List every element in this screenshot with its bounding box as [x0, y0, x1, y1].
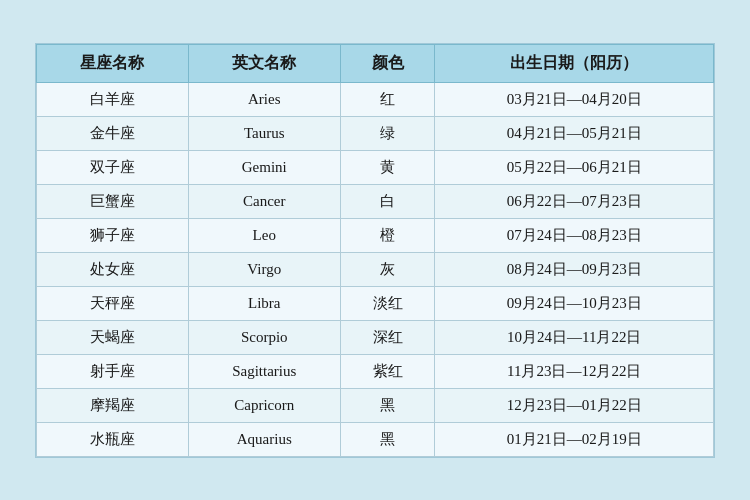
- cell-dates: 06月22日—07月23日: [435, 184, 714, 218]
- cell-color: 橙: [340, 218, 435, 252]
- cell-color: 黑: [340, 388, 435, 422]
- table-header-row: 星座名称 英文名称 颜色 出生日期（阳历）: [37, 44, 714, 82]
- header-dates: 出生日期（阳历）: [435, 44, 714, 82]
- cell-color: 黑: [340, 422, 435, 456]
- cell-color: 黄: [340, 150, 435, 184]
- table-row: 水瓶座Aquarius黑01月21日—02月19日: [37, 422, 714, 456]
- cell-color: 紫红: [340, 354, 435, 388]
- cell-dates: 05月22日—06月21日: [435, 150, 714, 184]
- table-row: 射手座Sagittarius紫红11月23日—12月22日: [37, 354, 714, 388]
- cell-color: 淡红: [340, 286, 435, 320]
- cell-chinese-name: 天蝎座: [37, 320, 189, 354]
- cell-dates: 12月23日—01月22日: [435, 388, 714, 422]
- cell-color: 白: [340, 184, 435, 218]
- cell-chinese-name: 摩羯座: [37, 388, 189, 422]
- cell-english-name: Taurus: [188, 116, 340, 150]
- zodiac-table-container: 星座名称 英文名称 颜色 出生日期（阳历） 白羊座Aries红03月21日—04…: [35, 43, 715, 458]
- cell-chinese-name: 水瓶座: [37, 422, 189, 456]
- cell-chinese-name: 天秤座: [37, 286, 189, 320]
- cell-english-name: Cancer: [188, 184, 340, 218]
- cell-english-name: Capricorn: [188, 388, 340, 422]
- cell-chinese-name: 狮子座: [37, 218, 189, 252]
- table-row: 金牛座Taurus绿04月21日—05月21日: [37, 116, 714, 150]
- cell-english-name: Aquarius: [188, 422, 340, 456]
- cell-dates: 07月24日—08月23日: [435, 218, 714, 252]
- zodiac-table: 星座名称 英文名称 颜色 出生日期（阳历） 白羊座Aries红03月21日—04…: [36, 44, 714, 457]
- cell-chinese-name: 巨蟹座: [37, 184, 189, 218]
- cell-chinese-name: 双子座: [37, 150, 189, 184]
- cell-dates: 04月21日—05月21日: [435, 116, 714, 150]
- table-body: 白羊座Aries红03月21日—04月20日金牛座Taurus绿04月21日—0…: [37, 82, 714, 456]
- cell-chinese-name: 白羊座: [37, 82, 189, 116]
- cell-english-name: Scorpio: [188, 320, 340, 354]
- header-color: 颜色: [340, 44, 435, 82]
- cell-english-name: Gemini: [188, 150, 340, 184]
- table-row: 白羊座Aries红03月21日—04月20日: [37, 82, 714, 116]
- cell-english-name: Leo: [188, 218, 340, 252]
- cell-english-name: Sagittarius: [188, 354, 340, 388]
- table-row: 天蝎座Scorpio深红10月24日—11月22日: [37, 320, 714, 354]
- header-chinese-name: 星座名称: [37, 44, 189, 82]
- cell-chinese-name: 金牛座: [37, 116, 189, 150]
- header-english-name: 英文名称: [188, 44, 340, 82]
- table-row: 狮子座Leo橙07月24日—08月23日: [37, 218, 714, 252]
- cell-dates: 11月23日—12月22日: [435, 354, 714, 388]
- cell-color: 绿: [340, 116, 435, 150]
- cell-color: 深红: [340, 320, 435, 354]
- cell-english-name: Aries: [188, 82, 340, 116]
- cell-dates: 08月24日—09月23日: [435, 252, 714, 286]
- cell-dates: 01月21日—02月19日: [435, 422, 714, 456]
- cell-english-name: Libra: [188, 286, 340, 320]
- cell-chinese-name: 处女座: [37, 252, 189, 286]
- cell-color: 灰: [340, 252, 435, 286]
- cell-color: 红: [340, 82, 435, 116]
- table-row: 摩羯座Capricorn黑12月23日—01月22日: [37, 388, 714, 422]
- cell-chinese-name: 射手座: [37, 354, 189, 388]
- cell-dates: 03月21日—04月20日: [435, 82, 714, 116]
- table-row: 处女座Virgo灰08月24日—09月23日: [37, 252, 714, 286]
- table-row: 天秤座Libra淡红09月24日—10月23日: [37, 286, 714, 320]
- table-row: 双子座Gemini黄05月22日—06月21日: [37, 150, 714, 184]
- table-row: 巨蟹座Cancer白06月22日—07月23日: [37, 184, 714, 218]
- cell-english-name: Virgo: [188, 252, 340, 286]
- cell-dates: 10月24日—11月22日: [435, 320, 714, 354]
- cell-dates: 09月24日—10月23日: [435, 286, 714, 320]
